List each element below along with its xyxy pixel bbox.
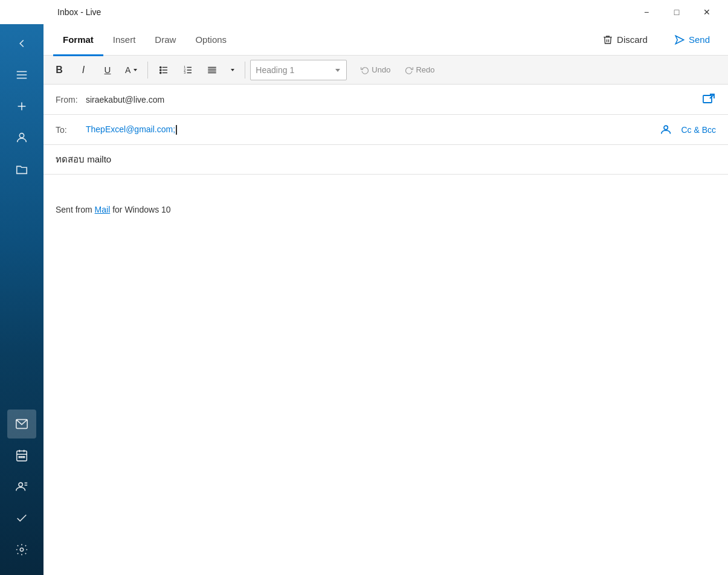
- title-bar: Inbox - Live − □ ✕: [0, 0, 728, 24]
- mail-link[interactable]: Mail: [95, 205, 111, 214]
- sidebar-new-button[interactable]: [7, 92, 36, 121]
- chevron-down-icon: [132, 67, 138, 73]
- numbered-list-button[interactable]: 1 2 3: [177, 59, 199, 81]
- cc-bcc-button[interactable]: Cc & Bcc: [681, 125, 716, 135]
- italic-button[interactable]: I: [72, 59, 94, 81]
- align-button[interactable]: [201, 59, 223, 81]
- sidebar: [0, 24, 43, 575]
- svg-marker-18: [675, 36, 684, 44]
- from-value: siraekabut@live.com: [86, 95, 701, 104]
- mail-icon: [15, 417, 28, 431]
- svg-point-25: [160, 72, 161, 73]
- redo-button[interactable]: Redo: [398, 60, 441, 80]
- align-icon: [207, 65, 217, 75]
- svg-marker-37: [335, 69, 340, 72]
- svg-rect-12: [21, 457, 22, 458]
- calendar-icon: [15, 449, 28, 462]
- sidebar-settings-button[interactable]: [7, 535, 36, 564]
- svg-point-5: [19, 133, 24, 138]
- expand-icon: [701, 92, 716, 107]
- window-title: Inbox - Live: [57, 7, 101, 17]
- trash-icon: [602, 34, 613, 45]
- svg-text:3: 3: [184, 71, 186, 74]
- folder-icon: [15, 162, 28, 176]
- formatting-toolbar: B I U A 1 2 3: [43, 56, 728, 85]
- discard-button[interactable]: Discard: [594, 31, 656, 49]
- sidebar-todo-button[interactable]: [7, 504, 36, 533]
- content-area: Format Insert Draw Options Discard Send: [43, 24, 728, 575]
- svg-point-40: [664, 126, 668, 129]
- separator-2: [245, 62, 245, 79]
- tab-format[interactable]: Format: [53, 25, 103, 56]
- bullet-list-button[interactable]: [153, 59, 175, 81]
- send-button[interactable]: Send: [666, 31, 718, 49]
- checkmark-icon: [15, 512, 28, 525]
- to-row: To: ThepExcel@gmail.com; Cc & Bcc: [43, 115, 728, 145]
- arrow-left-icon: [15, 37, 28, 50]
- svg-marker-36: [231, 69, 234, 71]
- bullet-list-icon: [158, 65, 169, 75]
- to-value[interactable]: ThepExcel@gmail.com;: [86, 124, 660, 135]
- sidebar-folder-button[interactable]: [7, 155, 36, 184]
- undo-icon: [361, 66, 369, 74]
- heading-dropdown[interactable]: Heading 1: [250, 60, 347, 80]
- svg-rect-38: [703, 95, 712, 103]
- sidebar-people-button[interactable]: [7, 123, 36, 152]
- maximize-button[interactable]: □: [663, 2, 691, 22]
- compose-area: From: siraekabut@live.com To: Th: [43, 85, 728, 575]
- separator-1: [147, 62, 148, 79]
- tab-bar: Format Insert Draw Options Discard Send: [43, 24, 728, 56]
- signature-text: Sent from Mail for Windows 10: [56, 205, 716, 214]
- gear-icon: [15, 543, 28, 556]
- svg-point-17: [20, 548, 24, 551]
- undo-redo-group: Undo Redo: [354, 60, 441, 80]
- svg-point-23: [160, 66, 161, 68]
- person-add-icon: [660, 123, 674, 137]
- close-button[interactable]: ✕: [693, 2, 721, 22]
- tab-options[interactable]: Options: [185, 25, 236, 56]
- svg-rect-13: [24, 457, 25, 458]
- bold-button[interactable]: B: [48, 59, 70, 81]
- numbered-list-icon: 1 2 3: [182, 65, 193, 75]
- from-row: From: siraekabut@live.com: [43, 85, 728, 115]
- heading-value: Heading 1: [256, 65, 332, 75]
- tab-draw[interactable]: Draw: [145, 25, 185, 56]
- contacts-icon: [15, 480, 28, 493]
- person-icon: [15, 131, 28, 144]
- redo-icon: [405, 66, 413, 74]
- text-cursor: [176, 125, 177, 135]
- minimize-button[interactable]: −: [633, 2, 660, 22]
- subject-row[interactable]: ทดสอบ mailto: [43, 145, 728, 175]
- send-icon: [674, 34, 685, 45]
- underline-button[interactable]: U: [97, 59, 118, 81]
- heading-chevron-icon: [334, 66, 341, 74]
- window-controls: − □ ✕: [633, 2, 721, 22]
- plus-icon: [15, 100, 28, 113]
- undo-button[interactable]: Undo: [354, 60, 397, 80]
- sidebar-menu-button[interactable]: [7, 60, 36, 89]
- svg-rect-11: [19, 457, 20, 458]
- format-more-dropdown[interactable]: [225, 60, 240, 80]
- sidebar-calendar-button[interactable]: [7, 441, 36, 470]
- to-label: To:: [56, 125, 86, 135]
- expand-from-button[interactable]: [701, 92, 716, 107]
- svg-marker-19: [134, 69, 137, 71]
- sidebar-contacts-button[interactable]: [7, 472, 36, 501]
- menu-icon: [15, 68, 28, 82]
- svg-rect-7: [17, 451, 27, 461]
- people-picker-button[interactable]: [660, 123, 674, 137]
- svg-point-14: [19, 483, 22, 486]
- text-color-dropdown[interactable]: A: [121, 60, 143, 80]
- tab-insert[interactable]: Insert: [103, 25, 146, 56]
- sidebar-mail-button[interactable]: [7, 410, 36, 438]
- chevron-down-icon-2: [230, 67, 236, 73]
- email-body[interactable]: Sent from Mail for Windows 10: [43, 175, 728, 575]
- subject-text: ทดสอบ mailto: [56, 154, 111, 164]
- from-label: From:: [56, 95, 86, 104]
- sidebar-back-button[interactable]: [7, 29, 36, 58]
- svg-point-24: [160, 69, 161, 70]
